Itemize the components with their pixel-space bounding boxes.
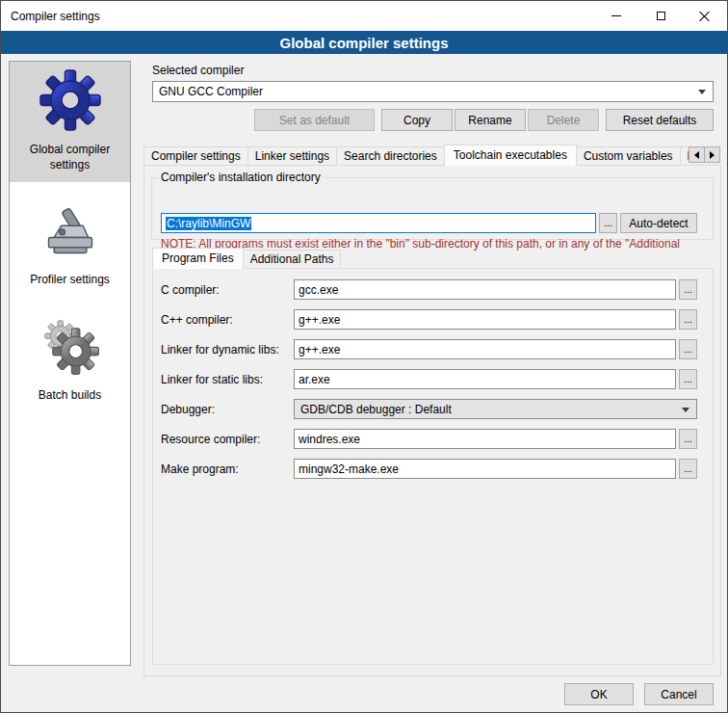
- tab-custom-variables[interactable]: Custom variables: [576, 146, 681, 165]
- debugger-dropdown[interactable]: GDB/CDB debugger : Default: [294, 399, 697, 419]
- sidebar-item-global-compiler-settings[interactable]: Global compiler settings: [10, 62, 130, 182]
- sidebar-item-label: Profiler settings: [30, 273, 110, 288]
- installation-directory-group: Compiler's installation directory C:\ray…: [151, 171, 714, 240]
- toolchain-field-row: Linker for static libs:ar.exe...: [161, 369, 705, 389]
- tab-scroll-left-button[interactable]: [689, 146, 705, 163]
- resource-compiler-input[interactable]: windres.exe: [294, 429, 676, 449]
- browse-directory-button[interactable]: ...: [599, 213, 617, 233]
- ok-button[interactable]: OK: [564, 683, 634, 705]
- field-label: Linker for dynamic libs:: [161, 343, 294, 356]
- field-value: ar.exe: [299, 373, 330, 386]
- browse-button[interactable]: ...: [679, 429, 697, 449]
- tab-search-directories[interactable]: Search directories: [336, 146, 445, 165]
- toolchain-field-row: C compiler:gcc.exe...: [161, 279, 705, 300]
- sidebar-item-label: Batch builds: [39, 388, 101, 404]
- c-compiler-input[interactable]: gcc.exe: [294, 279, 676, 300]
- minimize-button[interactable]: [594, 1, 638, 31]
- field-label: C++ compiler:: [161, 313, 294, 327]
- field-value: GDB/CDB debugger : Default: [300, 403, 452, 416]
- sidebar-item-batch-builds[interactable]: Batch builds: [10, 307, 130, 413]
- tabs-clip: Compiler settingsLinker settingsSearch d…: [143, 145, 689, 166]
- selected-compiler-dropdown[interactable]: GNU GCC Compiler: [152, 81, 714, 102]
- browse-button[interactable]: ...: [679, 309, 697, 330]
- compiler-action-buttons: Set as defaultCopyRenameDeleteReset defa…: [152, 109, 714, 131]
- maximize-button[interactable]: [638, 1, 683, 31]
- minimize-icon: [611, 15, 621, 16]
- auto-detect-button[interactable]: Auto-detect: [620, 213, 697, 233]
- installation-directory-group-title: Compiler's installation directory: [158, 171, 324, 184]
- selected-compiler-label: Selected compiler: [152, 64, 244, 77]
- gear-gray-icon: [39, 315, 101, 377]
- installation-directory-value: C:\raylib\MinGW: [166, 217, 251, 230]
- gear-blue-icon: [39, 69, 101, 131]
- linker-for-dynamic-libs-input[interactable]: g++.exe: [294, 339, 676, 359]
- window-controls: [594, 1, 727, 31]
- field-label: Resource compiler:: [161, 433, 294, 446]
- field-label: Debugger:: [161, 403, 294, 416]
- chevron-left-icon: [694, 151, 699, 159]
- dialog-header: Global compiler settings: [1, 31, 727, 54]
- profiler-tool-icon: [39, 199, 101, 261]
- linker-for-static-libs-input[interactable]: ar.exe: [294, 369, 676, 389]
- browse-button[interactable]: ...: [679, 279, 697, 300]
- field-value: windres.exe: [299, 433, 360, 446]
- field-value: mingw32-make.exe: [299, 462, 399, 476]
- sidebar-item-label: Global compiler settings: [13, 143, 126, 172]
- field-value: g++.exe: [299, 313, 340, 327]
- main-tabstrip: Compiler settingsLinker settingsSearch d…: [143, 145, 721, 166]
- tab-toolchain-executables[interactable]: Toolchain executables: [444, 145, 577, 166]
- field-value: gcc.exe: [299, 283, 338, 297]
- browse-button[interactable]: ...: [679, 369, 697, 389]
- rename-button[interactable]: Rename: [455, 109, 526, 131]
- tab-additional-paths[interactable]: Additional Paths: [243, 250, 342, 268]
- selected-compiler-value: GNU GCC Compiler: [159, 85, 263, 98]
- toolchain-field-row: Linker for dynamic libs:g++.exe...: [161, 339, 705, 359]
- tab-scroll-controls: [689, 146, 720, 163]
- toolchain-field-row: C++ compiler:g++.exe...: [161, 309, 705, 330]
- toolchain-field-row: Make program:mingw32-make.exe...: [161, 459, 705, 479]
- installation-directory-input[interactable]: C:\raylib\MinGW: [161, 213, 596, 233]
- field-label: Make program:: [161, 462, 294, 476]
- close-icon: [699, 11, 711, 22]
- browse-button[interactable]: ...: [679, 339, 697, 359]
- settings-category-list: Global compiler settings Profiler settin…: [9, 61, 131, 666]
- tab-linker-settings[interactable]: Linker settings: [247, 146, 337, 165]
- set-as-default-button: Set as default: [254, 109, 375, 131]
- sidebar-item-profiler-settings[interactable]: Profiler settings: [10, 192, 130, 298]
- tab-scroll-right-button[interactable]: [704, 146, 720, 163]
- chevron-down-icon: [682, 408, 689, 412]
- compiler-settings-window: Compiler settings Global compiler settin…: [0, 0, 728, 713]
- cancel-button[interactable]: Cancel: [644, 683, 714, 705]
- field-label: C compiler:: [161, 283, 294, 297]
- field-label: Linker for static libs:: [161, 373, 294, 386]
- field-value: g++.exe: [299, 343, 340, 356]
- tab-program-files[interactable]: Program Files: [152, 248, 244, 269]
- program-files-subtabs: Program Files Additional Paths: [152, 248, 341, 269]
- program-files-panel: C compiler:gcc.exe...C++ compiler:g++.ex…: [152, 268, 714, 665]
- maximize-icon: [657, 12, 665, 20]
- c-compiler-input[interactable]: g++.exe: [294, 309, 676, 330]
- make-program-input[interactable]: mingw32-make.exe: [294, 459, 676, 479]
- copy-button[interactable]: Copy: [381, 109, 453, 131]
- titlebar[interactable]: Compiler settings: [1, 1, 727, 31]
- reset-defaults-button[interactable]: Reset defaults: [606, 109, 714, 131]
- browse-button[interactable]: ...: [679, 459, 697, 479]
- delete-button: Delete: [528, 109, 599, 131]
- close-button[interactable]: [683, 1, 727, 31]
- chevron-down-icon: [698, 90, 706, 94]
- tab-build-options[interactable]: Build options: [680, 146, 689, 165]
- toolchain-field-row: Debugger:GDB/CDB debugger : Default: [161, 399, 705, 419]
- window-title: Compiler settings: [11, 10, 100, 23]
- toolchain-field-row: Resource compiler:windres.exe...: [161, 429, 705, 449]
- tab-compiler-settings[interactable]: Compiler settings: [143, 146, 248, 165]
- chevron-right-icon: [710, 151, 715, 159]
